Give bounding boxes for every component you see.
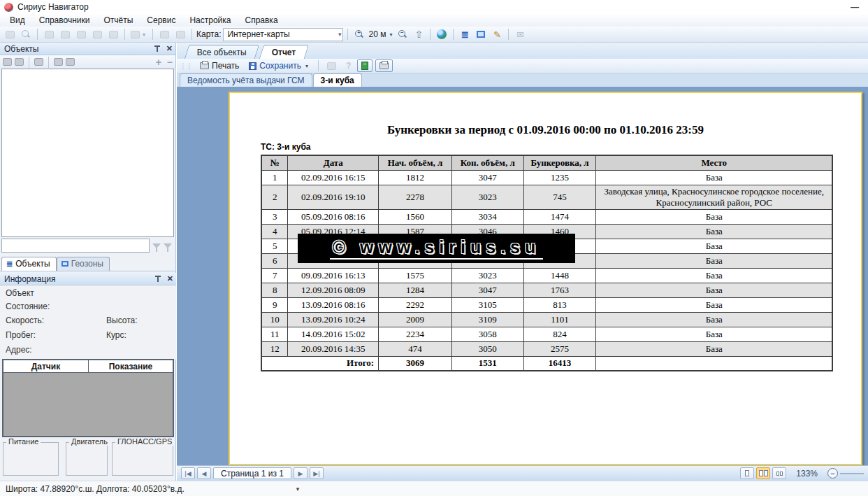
table-cell: 7 — [261, 268, 288, 283]
mail-icon[interactable]: ✉ — [513, 28, 527, 41]
menu-item-3[interactable]: Сервис — [140, 15, 182, 26]
report-title: Бункеровки за период с 01.09.2016 00:00 … — [230, 123, 861, 137]
table-cell: База — [596, 341, 832, 356]
report-table: №ДатаНач. объём, лКон. объём, лБункеровк… — [261, 155, 833, 371]
pin-icon[interactable] — [155, 276, 161, 283]
zoom-slider[interactable] — [840, 473, 864, 474]
status-bar: Широта: 47.88920°с.ш. Долгота: 40.05203°… — [0, 481, 868, 496]
filter-icon[interactable] — [152, 243, 161, 248]
globe-icon[interactable] — [435, 28, 449, 41]
sphere-icon[interactable] — [66, 58, 75, 66]
settings-gear-icon[interactable] — [173, 28, 187, 41]
filter-clear-icon[interactable] — [164, 243, 172, 248]
info-panel-title: Информация — [4, 274, 55, 284]
table-cell: 474 — [379, 341, 452, 356]
pin-icon[interactable] — [154, 45, 161, 52]
prev-page-button[interactable]: ◀ — [197, 467, 211, 479]
menu-item-2[interactable]: Отчёты — [96, 15, 140, 26]
add-vehicle-icon[interactable] — [3, 58, 12, 66]
report-tabstrip: Ведомость учёта выдачи ГСМ 3-и куба — [177, 73, 868, 87]
object-list-icon[interactable]: ≣ — [458, 28, 472, 41]
page-setup-icon — [327, 62, 336, 70]
table-cell: 3109 — [451, 312, 523, 327]
table-cell: 3047 — [451, 283, 523, 297]
save-dropdown-icon[interactable]: ▾ — [304, 63, 310, 69]
main-toolbar: ▾ Карта: Интернет-карты ▾ + 20 м ▾ − ⇧ ≣… — [0, 27, 868, 43]
objects-toolbar: + − — [0, 55, 175, 69]
tab-3i-kuba[interactable]: 3-и куба — [313, 73, 362, 87]
help-button[interactable]: ? — [342, 59, 354, 72]
tab-report[interactable]: Отчет — [259, 45, 309, 59]
print-button[interactable]: Печать — [196, 59, 243, 72]
zoom-scale-dropdown-icon[interactable]: ▾ — [388, 31, 393, 38]
tab-fuel-sheet[interactable]: Ведомость учёта выдачи ГСМ — [180, 73, 312, 87]
next-page-button[interactable]: ▶ — [294, 467, 308, 479]
first-page-button[interactable]: |◀ — [181, 467, 195, 479]
table-cell: 3034 — [451, 209, 523, 224]
select-rect-icon[interactable] — [42, 28, 56, 41]
table-cell: 813 — [523, 297, 596, 312]
close-icon[interactable]: ✕ — [166, 44, 173, 53]
filter-input[interactable] — [1, 239, 150, 253]
column-header: № — [261, 155, 288, 170]
save-button[interactable]: Сохранить ▾ — [245, 59, 313, 72]
select-lasso-icon[interactable] — [58, 28, 72, 41]
zoom-out-icon[interactable]: − — [396, 28, 410, 41]
menu-item-1[interactable]: Справочники — [32, 15, 97, 26]
column-header: Нач. объём, л — [379, 155, 452, 170]
page-setup-button[interactable] — [324, 59, 340, 72]
edit-note-icon[interactable]: ✎ — [490, 28, 504, 41]
tab-objects[interactable]: ≣ Объекты — [1, 257, 57, 271]
status-dropdown-icon[interactable]: ▾ — [296, 486, 300, 493]
geozone-icon[interactable] — [474, 28, 488, 41]
link-icon[interactable] — [15, 58, 24, 66]
menu-item-5[interactable]: Справка — [238, 15, 284, 26]
left-panel: Объекты ✕ + − ≣ Объекты Геозоны Информ — [0, 43, 176, 481]
globe-small-icon[interactable] — [34, 58, 43, 66]
table-cell: 12.09.2016 08:09 — [288, 283, 379, 297]
close-icon[interactable]: ✕ — [167, 274, 173, 283]
report-parameters-button[interactable] — [357, 59, 372, 72]
single-page-view-button[interactable] — [740, 467, 754, 479]
table-cell: 3023 — [451, 268, 523, 283]
truck-icon[interactable] — [54, 58, 63, 66]
last-page-button[interactable]: ▶| — [310, 467, 324, 479]
table-row: 913.09.2016 08:1622923105813База — [261, 297, 832, 312]
printer-icon — [200, 62, 209, 69]
table-cell: 1560 — [379, 209, 452, 224]
home-arrow-icon[interactable]: ⇧ — [412, 28, 426, 41]
select-circle-icon[interactable] — [74, 28, 88, 41]
zoom-in-icon[interactable]: + — [352, 28, 366, 41]
zoom-out-button[interactable]: − — [827, 468, 838, 479]
save-button-label: Сохранить — [259, 61, 301, 71]
left-bottom-tabs: ≣ Объекты Геозоны — [0, 256, 176, 271]
select-area-icon[interactable] — [90, 28, 104, 41]
objects-list[interactable] — [1, 69, 174, 237]
pan-hand-icon[interactable] — [3, 28, 17, 41]
report-view[interactable]: Бункеровки за период с 01.09.2016 00:00 … — [177, 87, 868, 465]
table-cell: 5 — [261, 239, 288, 253]
menu-item-4[interactable]: Настройка — [182, 15, 238, 26]
multi-page-view-button[interactable] — [772, 467, 786, 479]
chevron-down-icon[interactable]: ▾ — [334, 31, 342, 38]
map-select-value: Интернет-карты — [227, 29, 289, 39]
print-preview-button[interactable] — [375, 59, 393, 72]
minimize-button[interactable]: — — [846, 2, 864, 12]
menu-item-0[interactable]: Вид — [3, 15, 32, 26]
sensor-col-header: Датчик — [3, 360, 89, 372]
remove-button[interactable]: − — [167, 57, 173, 68]
objects-panel-header: Объекты ✕ — [0, 43, 175, 55]
title-bar: Сириус Навигатор — — [0, 0, 868, 14]
tab-all-objects[interactable]: Все объекты — [185, 45, 259, 59]
tab-geozones[interactable]: Геозоны — [57, 257, 110, 271]
column-header: Дата — [288, 155, 379, 170]
map-select[interactable]: Интернет-карты ▾ — [223, 28, 343, 41]
report-page: Бункеровки за период с 01.09.2016 00:00 … — [229, 92, 862, 465]
add-button[interactable]: + — [156, 57, 161, 68]
table-row: 102.09.2016 16:15181230471235База — [261, 170, 832, 185]
flag-icon[interactable] — [106, 28, 120, 41]
fit-width-view-button[interactable] — [756, 467, 770, 479]
measure-icon[interactable] — [19, 28, 33, 41]
layers-icon[interactable]: ▾ — [129, 28, 148, 41]
ruler-icon[interactable] — [157, 28, 171, 41]
